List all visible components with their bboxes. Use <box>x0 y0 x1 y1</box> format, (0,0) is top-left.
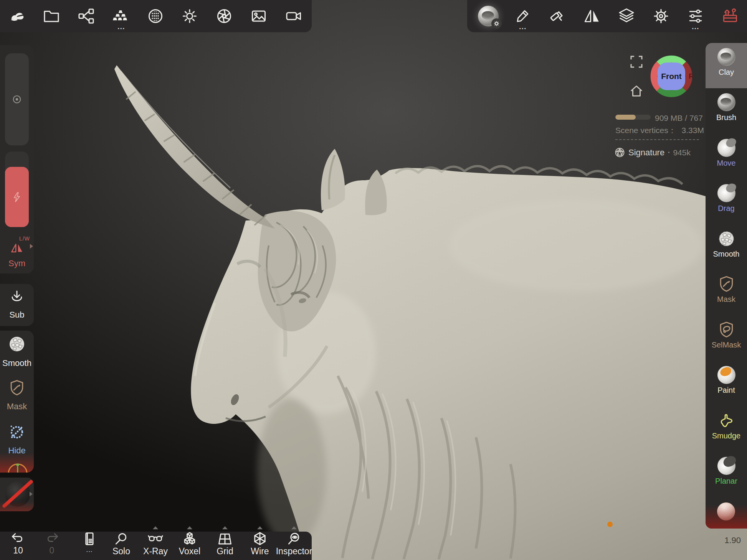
tool-label: Planar <box>715 477 737 486</box>
undo-button[interactable]: 10 <box>2 532 35 560</box>
history-button[interactable]: ... <box>73 532 106 560</box>
tool-label: Clay <box>719 68 734 77</box>
stroke-focus-dot <box>607 522 613 527</box>
stats-divider <box>615 139 699 140</box>
tool-panel-fade <box>706 505 747 529</box>
history-more-dots: ... <box>86 546 93 554</box>
signature-separator: • <box>668 150 669 155</box>
signature-value: 945k <box>673 148 691 157</box>
material-panel-fade <box>0 501 34 511</box>
material-button[interactable] <box>474 0 502 32</box>
layers-button[interactable] <box>613 0 640 32</box>
paint-sphere-icon <box>717 366 735 384</box>
gizmo-right-axis-label: R <box>689 72 692 80</box>
sym-triangles-icon <box>9 240 25 255</box>
voxel-label: Voxel <box>179 546 200 557</box>
tool-item-smooth[interactable]: Smooth <box>706 225 747 270</box>
painting-button[interactable] <box>544 0 571 32</box>
smudge-hand-icon <box>717 412 735 430</box>
sub-panel[interactable]: Sub <box>0 284 34 326</box>
matcap-button[interactable] <box>142 0 169 32</box>
mask-shortcut[interactable] <box>8 379 26 397</box>
caret-voxel <box>187 526 192 529</box>
sub-icon <box>8 288 25 305</box>
gizmo-front-label: Front <box>661 72 682 81</box>
symmetry-button[interactable] <box>578 0 606 32</box>
top-right-toolbar: ... <box>467 0 747 32</box>
zoom-scale-value: 1.90 <box>714 535 741 545</box>
wire-button[interactable]: Wire <box>243 532 276 560</box>
solo-label: Solo <box>112 546 130 557</box>
stroke-more-dots: ... <box>519 25 527 28</box>
smooth-shortcut[interactable] <box>8 335 26 353</box>
hatched-sphere-icon <box>146 7 165 25</box>
caret-inspector <box>291 526 297 529</box>
material-gear-badge <box>491 18 502 29</box>
toolbox-button[interactable] <box>716 0 744 32</box>
wire-label: Wire <box>251 546 269 557</box>
grid-label: Grid <box>216 546 233 557</box>
mask-label[interactable]: Mask <box>0 402 34 412</box>
inspector-eye-icon <box>285 532 303 548</box>
tool-item-drag[interactable]: Drag <box>706 179 747 224</box>
orientation-gizmo[interactable]: Front R <box>650 55 692 97</box>
sym-label[interactable]: Sym <box>0 259 34 268</box>
tool-label: Mask <box>717 295 735 304</box>
hide-shortcut[interactable] <box>8 423 26 441</box>
video-camera-icon <box>284 7 303 25</box>
folder-icon <box>42 7 61 25</box>
redo-button[interactable]: 0 <box>35 532 68 560</box>
disabled-material-panel[interactable] <box>0 478 34 511</box>
bottom-toolbar: 10 0 ... Solo X-Ray <box>0 532 312 560</box>
stroke-settings-button[interactable]: ... <box>509 0 537 32</box>
topology-bake-button[interactable]: ... <box>107 0 134 32</box>
mask-shield-icon <box>717 275 735 293</box>
tool-item-brush[interactable]: Brush <box>706 88 747 133</box>
undo-icon <box>10 532 26 547</box>
tool-label: Brush <box>716 113 736 122</box>
voxel-button[interactable]: Voxel <box>173 532 206 560</box>
tool-item-clay[interactable]: Clay <box>706 43 747 88</box>
signature-label: Signature <box>628 148 664 158</box>
app-logo-button[interactable] <box>4 0 31 32</box>
top-left-toolbar: ... <box>0 0 312 32</box>
files-button[interactable] <box>38 0 65 32</box>
inspector-button[interactable]: Inspector <box>278 532 311 560</box>
material-expand-arrow[interactable] <box>30 492 33 496</box>
tool-item-paint[interactable]: Paint <box>706 361 747 406</box>
fullscreen-button[interactable] <box>630 55 643 69</box>
smooth-sphere-icon <box>717 230 735 248</box>
xray-button[interactable]: X-Ray <box>139 532 172 560</box>
scene-vertices-row: Scene vertices： 3.33M <box>615 125 704 136</box>
drag-icon <box>717 184 735 202</box>
solo-magnifier-icon <box>112 532 130 548</box>
voxel-cubes-icon <box>181 532 198 548</box>
sym-button[interactable] <box>9 240 25 255</box>
tool-item-selmask[interactable]: SelMask <box>706 316 747 361</box>
background-image-button[interactable] <box>245 0 273 32</box>
home-view-button[interactable] <box>629 84 644 98</box>
interface-button[interactable]: ... <box>682 0 709 32</box>
tool-item-smudge[interactable]: Smudge <box>706 407 747 452</box>
grid-button[interactable]: Grid <box>208 532 241 560</box>
inspector-label: Inspector <box>276 546 312 557</box>
lighting-button[interactable] <box>176 0 203 32</box>
gizmo-tool-peek-icon <box>7 463 28 473</box>
tool-item-planar[interactable]: Planar <box>706 452 747 497</box>
strength-slider[interactable] <box>5 152 29 227</box>
sym-expand-arrow[interactable] <box>30 244 33 249</box>
radius-slider[interactable] <box>5 53 29 145</box>
tool-item-move[interactable]: Move <box>706 134 747 179</box>
postprocess-button[interactable] <box>210 0 238 32</box>
mask-shield-icon <box>8 379 26 397</box>
xray-label: X-Ray <box>143 546 168 557</box>
hide-dotted-icon <box>8 423 26 441</box>
camera-button[interactable] <box>280 0 307 32</box>
settings-button[interactable] <box>647 0 675 32</box>
tool-label: SelMask <box>712 341 741 349</box>
tool-item-mask[interactable]: Mask <box>706 270 747 315</box>
signature-row[interactable]: Signature • 945k <box>615 147 691 158</box>
scene-graph-button[interactable] <box>73 0 100 32</box>
smooth-label[interactable]: Smooth <box>0 358 34 368</box>
solo-button[interactable]: Solo <box>105 532 138 560</box>
